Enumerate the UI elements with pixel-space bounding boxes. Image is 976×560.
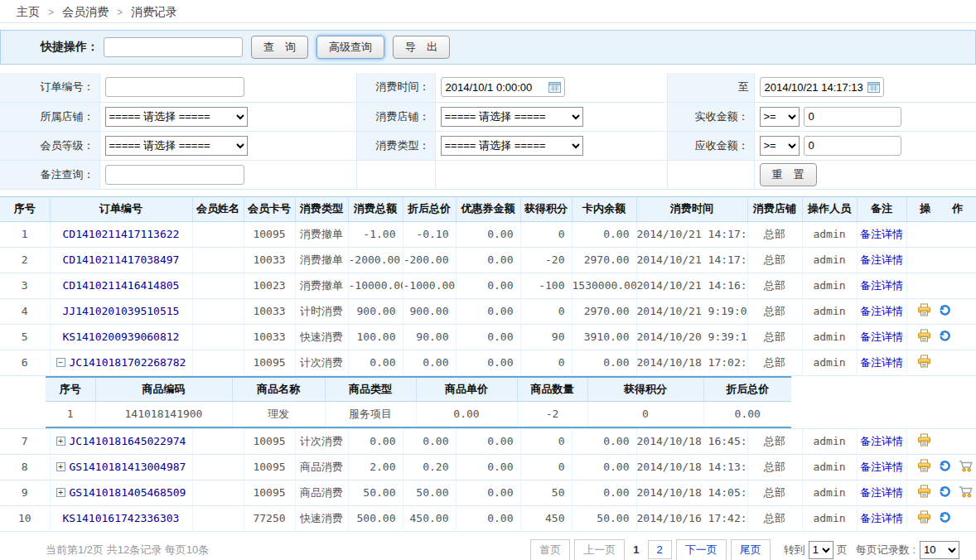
received-amount-input[interactable] bbox=[804, 107, 901, 127]
table-row: 7+JC141018164502297410095计次消费0.000.000.0… bbox=[0, 428, 976, 454]
own-store-select[interactable]: ===== 请选择 ===== bbox=[105, 107, 248, 127]
row-card-balance: 0.00 bbox=[572, 480, 636, 505]
order-number-link[interactable]: GS1410181405468509 bbox=[70, 486, 186, 499]
breadcrumb-member-consume[interactable]: 会员消费 bbox=[62, 5, 109, 18]
row-operator: admin bbox=[802, 454, 857, 480]
undo-icon[interactable] bbox=[939, 485, 951, 500]
table-header-cell: 优惠券金额 bbox=[456, 196, 520, 221]
consume-time-to-input[interactable] bbox=[760, 77, 884, 97]
row-operator: admin bbox=[802, 428, 857, 454]
row-seq: 10 bbox=[0, 505, 50, 531]
received-amount-operator-select[interactable]: >= bbox=[760, 107, 800, 127]
row-actions bbox=[906, 350, 976, 375]
calendar-icon[interactable] bbox=[548, 81, 561, 95]
row-order-no: +GS1410181405468509 bbox=[50, 480, 192, 505]
export-button[interactable]: 导 出 bbox=[393, 36, 450, 59]
subtable-header-cell: 商品编码 bbox=[95, 377, 232, 402]
row-seq: 4 bbox=[0, 298, 50, 324]
advanced-search-button[interactable]: 高级查询 bbox=[316, 36, 384, 59]
goto-page-select[interactable]: 1 bbox=[809, 541, 833, 559]
row-note: 备注详情 bbox=[857, 428, 906, 454]
order-number-link[interactable]: KS1410161742336303 bbox=[63, 512, 180, 524]
order-number-link[interactable]: JC1410181645022974 bbox=[70, 435, 186, 447]
expand-row-icon[interactable]: + bbox=[56, 437, 65, 446]
row-total-amount: -2000.00 bbox=[348, 247, 403, 273]
consume-store-select[interactable]: ===== 请选择 ===== bbox=[441, 107, 583, 127]
undo-icon[interactable] bbox=[939, 304, 951, 319]
order-number-link[interactable]: KS1410200939060812 bbox=[63, 331, 180, 343]
order-number-link[interactable]: GS1410181413004987 bbox=[70, 461, 186, 473]
expand-row-icon[interactable]: + bbox=[56, 488, 65, 497]
order-number-link[interactable]: JC1410181702268782 bbox=[70, 356, 186, 369]
next-page-button[interactable]: 下一页 bbox=[676, 539, 727, 560]
per-page-select[interactable]: 10 bbox=[920, 541, 959, 559]
note-detail-link[interactable]: 备注详情 bbox=[860, 253, 903, 266]
row-consume-time: 2014/10/18 14:05:46 bbox=[636, 480, 747, 505]
note-detail-link[interactable]: 备注详情 bbox=[860, 486, 903, 499]
cart-icon[interactable] bbox=[959, 460, 974, 475]
subtable-header-cell: 商品数量 bbox=[517, 377, 587, 402]
collapse-row-icon[interactable]: − bbox=[56, 358, 65, 367]
quick-search-input[interactable] bbox=[104, 37, 243, 57]
undo-icon[interactable] bbox=[939, 460, 951, 475]
order-number-link[interactable]: CD1410211416414805 bbox=[63, 279, 180, 292]
per-page-label: 每页记录数 : bbox=[856, 543, 916, 558]
reset-button[interactable]: 重 置 bbox=[760, 163, 817, 186]
undo-icon[interactable] bbox=[939, 511, 951, 526]
note-detail-link[interactable]: 备注详情 bbox=[860, 435, 903, 447]
order-number-link[interactable]: CD1410211417113622 bbox=[63, 228, 180, 240]
order-number-link[interactable]: CD1410211417038497 bbox=[63, 253, 180, 266]
print-icon[interactable] bbox=[917, 329, 931, 345]
note-detail-link[interactable]: 备注详情 bbox=[860, 512, 903, 524]
note-detail-link[interactable]: 备注详情 bbox=[860, 228, 903, 240]
row-total-amount: -1.00 bbox=[348, 221, 403, 247]
row-note: 备注详情 bbox=[857, 247, 906, 273]
print-icon[interactable] bbox=[917, 433, 931, 449]
row-member-name bbox=[192, 298, 244, 324]
order-number-link[interactable]: JJ1410201039510515 bbox=[63, 305, 180, 317]
row-order-no: −JC1410181702268782 bbox=[50, 350, 192, 375]
breadcrumb-home[interactable]: 主页 bbox=[17, 5, 40, 18]
member-level-select[interactable]: ===== 请选择 ===== bbox=[105, 136, 248, 156]
receivable-amount-input[interactable] bbox=[804, 136, 901, 156]
consume-type-select[interactable]: ===== 请选择 ===== bbox=[441, 136, 583, 156]
table-header-cell: 备注 bbox=[857, 196, 906, 221]
note-detail-link[interactable]: 备注详情 bbox=[860, 461, 903, 473]
row-points-earned: 0 bbox=[520, 428, 572, 454]
row-card-balance: 0.00 bbox=[572, 221, 636, 247]
print-icon[interactable] bbox=[917, 303, 931, 319]
cart-icon[interactable] bbox=[959, 485, 974, 500]
note-detail-link[interactable]: 备注详情 bbox=[860, 331, 903, 343]
row-card-no: 10033 bbox=[244, 247, 295, 273]
row-consume-time: 2014/10/18 16:45:02 bbox=[636, 428, 747, 454]
row-member-name bbox=[192, 454, 244, 480]
search-button[interactable]: 查 询 bbox=[251, 36, 308, 59]
row-consume-type: 消费撤单 bbox=[295, 221, 348, 247]
note-detail-link[interactable]: 备注详情 bbox=[860, 356, 903, 369]
last-page-button[interactable]: 尾页 bbox=[731, 539, 771, 560]
row-consume-type: 快速消费 bbox=[295, 505, 348, 531]
page-2-link[interactable]: 2 bbox=[648, 540, 672, 559]
order-no-input[interactable] bbox=[105, 77, 244, 97]
table-row: 3CD141021141641480510023消费撤单-10000.00-10… bbox=[0, 273, 976, 298]
print-icon[interactable] bbox=[917, 485, 931, 500]
calendar-icon[interactable] bbox=[867, 81, 880, 95]
row-order-no: CD1410211417113622 bbox=[50, 221, 192, 247]
print-icon[interactable] bbox=[917, 355, 931, 370]
expand-row-icon[interactable]: + bbox=[56, 462, 65, 471]
note-detail-link[interactable]: 备注详情 bbox=[860, 279, 903, 292]
page-summary: 当前第1/2页 共12条记录 每页10条 bbox=[46, 543, 209, 558]
note-detail-link[interactable]: 备注详情 bbox=[860, 305, 903, 317]
receivable-amount-operator-select[interactable]: >= bbox=[760, 136, 800, 156]
undo-icon[interactable] bbox=[939, 330, 951, 345]
row-consume-type: 快速消费 bbox=[295, 324, 348, 350]
row-coupon-amount: 0.00 bbox=[456, 480, 520, 505]
row-store: 总部 bbox=[747, 273, 802, 298]
consume-time-from-input[interactable] bbox=[441, 77, 565, 97]
row-note: 备注详情 bbox=[857, 273, 906, 298]
breadcrumb-consume-records[interactable]: 消费记录 bbox=[131, 5, 177, 18]
note-query-input[interactable] bbox=[105, 165, 244, 185]
print-icon[interactable] bbox=[917, 459, 931, 475]
row-seq: 6 bbox=[0, 350, 50, 375]
print-icon[interactable] bbox=[917, 510, 931, 526]
